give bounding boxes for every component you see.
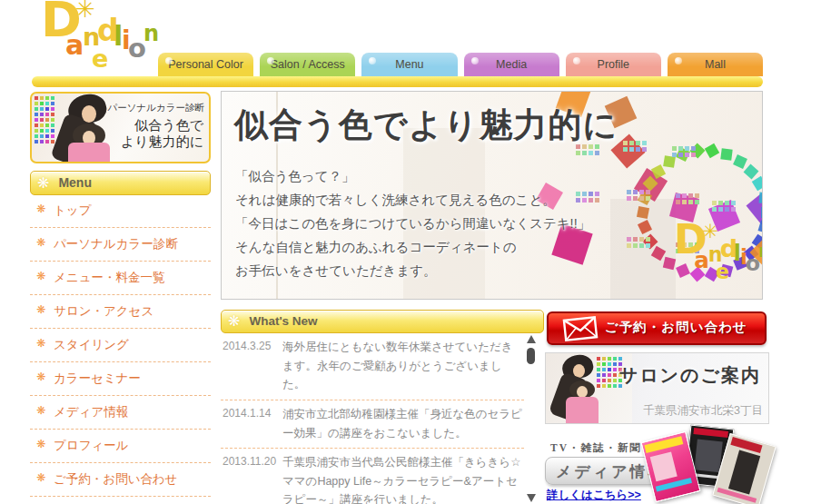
wall-swatch (51, 129, 54, 133)
scrollbar-thumb[interactable] (527, 348, 535, 364)
wall-swatch (613, 379, 617, 382)
site-logo[interactable]: D✳andelion (41, 3, 159, 74)
tab-dot-icon (573, 57, 580, 64)
news-text: 海外居住にともない数年休業させていただきます。永年のご愛顧ありがとうございました… (282, 338, 524, 394)
wall-swatch (45, 124, 49, 127)
logo-letter: e (716, 262, 729, 282)
sidebar-promo-banner[interactable]: パーソナルカラー診断 似合う色で より魅力的に (30, 92, 211, 163)
nav-tab-personal-color[interactable]: Personal Color (158, 53, 253, 76)
tab-label: Menu (395, 58, 423, 71)
wall-swatch (595, 198, 599, 203)
wall-swatch (639, 196, 644, 201)
sidebar-item[interactable]: ❋サロン・アクセス (30, 295, 211, 329)
wall-swatch (51, 107, 54, 111)
wall-swatch (576, 151, 580, 155)
logo-letter: ✳ (75, 0, 95, 21)
flower-icon: ❋ (36, 270, 45, 282)
nav-tab-salon-access[interactable]: Salon / Access (260, 53, 355, 76)
wall-swatch (639, 190, 644, 194)
wall-swatch (35, 113, 38, 116)
wall-swatch (627, 196, 631, 201)
wall-swatch (608, 357, 611, 361)
wall-swatch (35, 134, 38, 138)
wall-swatch (602, 362, 606, 366)
color-square (733, 154, 747, 169)
wall-swatch (45, 107, 49, 111)
wall-swatch (633, 237, 638, 242)
flower-icon: ❋ (36, 438, 45, 450)
sidebar-item[interactable]: ❋ご予約・お問い合わせ (30, 463, 211, 497)
wall-swatch (639, 243, 644, 248)
wall-swatch (633, 190, 638, 194)
wall-swatch (51, 102, 54, 105)
sidebar-item[interactable]: ❋メディア情報 (30, 396, 211, 430)
wall-swatch (602, 357, 606, 361)
envelope-icon (562, 315, 599, 342)
contact-button[interactable]: ご予約・お問い合わせ (547, 311, 767, 345)
hero-title: 似合う色でより魅力的に (234, 103, 618, 148)
wall-swatch (35, 118, 38, 122)
flower-icon: ❋ (36, 404, 45, 417)
sidebar-item-label: サロン・アクセス (54, 304, 153, 318)
scroll-down-icon[interactable] (527, 494, 536, 502)
wall-swatch (35, 129, 38, 133)
tab-label: Mall (705, 58, 726, 71)
logo-letter: a (694, 250, 709, 272)
wall-swatch (731, 201, 736, 205)
wall-swatch (627, 237, 631, 242)
nav-tab-profile[interactable]: Profile (566, 53, 661, 76)
hero-copy-line: そんな自信と魅力のあふれるコーディネートの (235, 235, 590, 259)
wall-swatch (646, 237, 650, 242)
wall-swatch (623, 147, 628, 152)
logo-letter: n (758, 242, 763, 261)
sidebar-menu-header: ❋Menu (30, 171, 211, 195)
wall-swatch (682, 200, 687, 204)
tab-dot-icon (369, 57, 376, 64)
salon-info-banner[interactable]: サロンのご案内 千葉県浦安市北栄3丁目 (545, 352, 769, 424)
wall-swatch (691, 153, 696, 157)
sidebar-item[interactable]: ❋カラーセミナー (30, 362, 211, 396)
sidebar-item[interactable]: ❋プロフィール (30, 430, 211, 463)
wall-swatch (613, 373, 617, 377)
tab-dot-icon (675, 57, 682, 64)
wall-swatch (35, 107, 38, 111)
wall-swatch (639, 237, 644, 242)
wall-swatch (51, 96, 54, 100)
hero-logo: D✳andelion (674, 226, 763, 292)
wall-swatch (589, 151, 593, 155)
wall-swatch (613, 384, 617, 388)
sidebar-item[interactable]: ❋メニュー・料金一覧 (30, 262, 211, 295)
sidebar-item[interactable]: ❋トップ (30, 194, 211, 228)
wall-swatch (695, 200, 699, 204)
wall-swatch (629, 141, 634, 145)
wall-swatch (597, 357, 600, 361)
sidebar-item-label: スタイリング (54, 338, 129, 351)
sidebar-item[interactable]: ❋スタイリング (30, 329, 211, 362)
wall-swatch (613, 357, 617, 361)
sidebar-item-label: メニュー・料金一覧 (54, 271, 164, 284)
flower-icon: ❋ (36, 471, 45, 484)
nav-tab-mall[interactable]: Mall (668, 53, 763, 76)
scroll-up-icon[interactable] (527, 335, 536, 343)
wall-swatch (695, 193, 699, 198)
wall-swatch (51, 118, 54, 122)
nav-tab-media[interactable]: Media (464, 53, 559, 76)
salon-address: 千葉県浦安市北栄3丁目 (643, 403, 763, 419)
nav-tab-menu[interactable]: Menu (361, 53, 457, 76)
news-scrollbar (525, 335, 537, 502)
tab-label: Personal Color (168, 58, 243, 71)
whats-new-title: What's New (249, 314, 317, 328)
wall-swatch (712, 207, 717, 212)
hero-copy-line: お手伝いをさせていただきます。 (235, 259, 590, 282)
wall-swatch (35, 102, 38, 105)
flower-icon: ❋ (228, 313, 240, 329)
wall-swatch (597, 362, 600, 366)
sidebar-item[interactable]: ❋パーソナルカラー診断 (30, 228, 211, 262)
wall-swatch (597, 384, 600, 388)
media-details-link[interactable]: 詳しくはこちら>> (547, 488, 641, 503)
wall-swatch (688, 193, 693, 198)
wall-swatch (51, 134, 54, 138)
wall-swatch (725, 201, 729, 205)
color-square (720, 149, 732, 161)
wall-swatch (40, 129, 44, 133)
